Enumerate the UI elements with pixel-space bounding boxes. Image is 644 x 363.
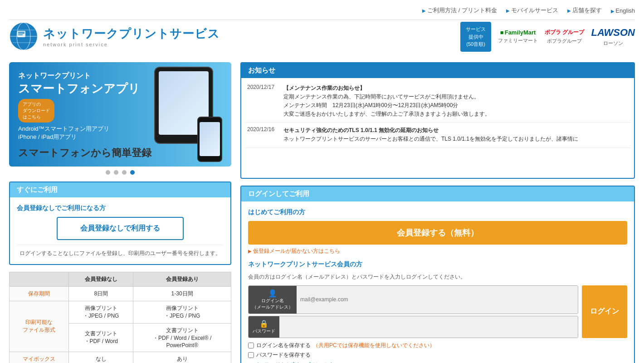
row-member-image: 画像プリント・JPEG / PNG: [133, 301, 231, 323]
save-password-label: パスワードを保存する: [256, 351, 311, 359]
svg-rect-7: [18, 33, 24, 34]
notice-content[interactable]: 2020/12/17 【メンテナンス作業のお知らせ】 定期メンテナンス作業の為、…: [241, 78, 634, 178]
password-input[interactable]: [279, 316, 578, 338]
provider-lawson: LAWSON ローソン: [591, 27, 635, 47]
login-panel: ログインしてご利用 はじめてご利用の方 会員登録する（無料） ▶ 仮登録メールが…: [240, 186, 635, 363]
notice-item-0: 2020/12/17 【メンテナンス作業のお知らせ】 定期メンテナンス作業の為、…: [245, 80, 630, 123]
notice-body-1: セキュリティ強化のためのTLS 1.0/1.1 無効化の延期のお知らせ ネットワ…: [283, 126, 578, 143]
logo-globe-icon: [9, 22, 39, 51]
fake-register-link[interactable]: ▶ 仮登録メールが届かない方はこちら: [248, 247, 627, 255]
comparison-table: 会員登録なし 会員登録あり 保存期間 8日間 1-30日間 印刷可能なファイル形…: [9, 272, 231, 363]
logo: ネットワークプリントサービス network print service: [9, 22, 220, 51]
provider-poplar: ポプラ グループ ポプラグループ: [545, 29, 584, 44]
provider-familymart: ■ FamilyMart ファミリーマート: [498, 29, 538, 44]
banner-app-badge[interactable]: アプリのダウンロードはこちら: [18, 99, 54, 123]
banner-subtitle: ネットワークプリント: [18, 71, 222, 81]
col-header-1: 会員登録なし: [69, 272, 133, 286]
row-label-mybox: マイボックス: [10, 352, 69, 363]
password-field: 🔒 パスワード: [248, 316, 578, 338]
dot-2[interactable]: [114, 170, 118, 175]
no-member-btn[interactable]: 会員登録なしで利用する: [57, 217, 184, 240]
username-label: 👤 ログイン名（メールアドレス）: [249, 286, 297, 314]
login-header: ログインしてご利用: [241, 186, 634, 201]
save-username-row: ログイン名を保存する （共用PCでは保存機能を使用しないでください）: [248, 342, 627, 349]
logo-text: ネットワークプリントサービス network print service: [43, 26, 220, 47]
save-username-label: ログイン名を保存する: [256, 342, 311, 349]
banner-iphone-link[interactable]: iPhone / iPad用アプリ: [18, 133, 222, 141]
row-no-member-storage: 8日間: [69, 286, 133, 301]
password-label: 🔒 パスワード: [249, 316, 279, 338]
notice-date-1: 2020/12/16: [247, 126, 279, 143]
login-btn[interactable]: ログイン: [582, 285, 627, 338]
svg-rect-8: [18, 34, 23, 35]
no-member-desc: ログインすることなしにファイルを登録し、印刷用のユーザー番号を発行します。: [17, 245, 224, 257]
dot-1[interactable]: [106, 170, 110, 175]
col-header-0: [10, 272, 69, 286]
nav-store[interactable]: 店舗を探す: [567, 6, 602, 15]
username-input[interactable]: [297, 286, 578, 314]
banner-title: スマートフォンアプリ: [18, 81, 222, 97]
login-inputs: 👤 ログイン名（メールアドレス） 🔒 パスワード: [248, 285, 578, 338]
fake-link-arrow-icon: ▶: [248, 249, 252, 254]
member-desc: 会員の方はログイン名（メールアドレス）とパスワードを入力しログインしてください。: [248, 273, 627, 281]
save-warning: （共用PCでは保存機能を使用しないでください）: [313, 342, 435, 349]
username-field: 👤 ログイン名（メールアドレス）: [248, 285, 578, 314]
row-no-member-image: 画像プリント・JPEG / PNG: [69, 301, 133, 323]
login-form: 👤 ログイン名（メールアドレス） 🔒 パスワード: [248, 285, 627, 338]
save-password-checkbox[interactable]: [248, 352, 254, 358]
service-badge: サービス 提供中 (50音順): [460, 22, 491, 52]
first-time-title: はじめてご利用の方: [248, 208, 627, 216]
save-password-row: パスワードを保存する: [248, 351, 627, 359]
nav-usage[interactable]: ご利用方法 / プリント料金: [422, 6, 497, 15]
register-btn[interactable]: 会員登録する（無料）: [248, 221, 627, 245]
nav-mobile[interactable]: モバイルサービス: [506, 6, 558, 15]
dot-3[interactable]: [122, 170, 127, 175]
notice-date-0: 2020/12/17: [247, 84, 279, 119]
row-label-storage: 保存期間: [10, 286, 69, 301]
row-no-member-mybox: なし: [69, 352, 133, 363]
table-row: マイボックス なし あり: [10, 352, 231, 363]
row-member-mybox: あり: [133, 352, 231, 363]
banner-tagline: スマートフォンから簡単登録: [18, 146, 151, 160]
table-row: 印刷可能なファイル形式 画像プリント・JPEG / PNG 画像プリント・JPE…: [10, 301, 231, 323]
svg-rect-6: [18, 32, 24, 33]
quick-use-header: すぐにご利用: [10, 182, 230, 197]
no-member-title: 会員登録なしでご利用になる方: [17, 204, 224, 212]
row-no-member-doc: 文書プリント・PDF / Word: [69, 323, 133, 352]
quick-use-section: すぐにご利用 会員登録なしでご利用になる方 会員登録なしで利用する ログインする…: [9, 182, 231, 265]
user-icon: 👤: [268, 289, 277, 298]
main-banner: ネットワークプリント スマートフォンアプリ アプリのダウンロードはこちら And…: [9, 62, 231, 167]
notice-item-1: 2020/12/16 セキュリティ強化のためのTLS 1.0/1.1 無効化の延…: [245, 123, 630, 147]
notice-body-0: 【メンテナンス作業のお知らせ】 定期メンテナンス作業の為、下記時間帯においてサー…: [283, 84, 490, 119]
save-username-checkbox[interactable]: [248, 343, 254, 348]
col-header-2: 会員登録あり: [133, 272, 231, 286]
row-label-filetype: 印刷可能なファイル形式: [10, 301, 69, 352]
row-member-storage: 1-30日間: [133, 286, 231, 301]
dot-4[interactable]: [130, 170, 135, 175]
row-member-doc: 文書プリント・PDF / Word / Excel® /PowerPoint®: [133, 323, 231, 352]
login-checkboxes: ログイン名を保存する （共用PCでは保存機能を使用しないでください） パスワード…: [248, 342, 627, 359]
banner-wrap: ネットワークプリント スマートフォンアプリ アプリのダウンロードはこちら And…: [9, 62, 231, 175]
member-title: ネットワークプリントサービス会員の方: [248, 260, 627, 269]
table-row: 保存期間 8日間 1-30日間: [10, 286, 231, 301]
notice-header: お知らせ: [241, 63, 634, 78]
notice-panel: お知らせ 2020/12/17 【メンテナンス作業のお知らせ】 定期メンテナンス…: [240, 62, 635, 179]
banner-android-link[interactable]: Android™スマートフォン用アプリ: [18, 125, 222, 133]
banner-dots: [9, 170, 231, 175]
lock-icon: 🔒: [259, 319, 268, 328]
nav-english[interactable]: English: [611, 7, 635, 14]
forgot-password-link[interactable]: ▶ パスワードをお忘れの方はこちら: [248, 361, 627, 363]
